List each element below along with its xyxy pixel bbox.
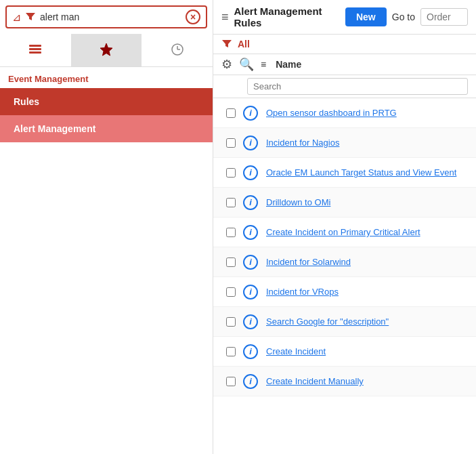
table-search-input[interactable] [247, 78, 468, 95]
row-text-5[interactable]: Create Incident on Primary Critical Aler… [261, 227, 468, 237]
hamburger-lines-icon: ≡ [261, 59, 266, 70]
info-btn-2[interactable]: i [240, 136, 261, 150]
filter-icon: ⊿ [12, 11, 21, 24]
checkbox-9[interactable] [226, 347, 236, 356]
row-checkbox-5[interactable] [221, 228, 240, 237]
checkbox-3[interactable] [226, 168, 236, 178]
table-row[interactable]: i Open sensor dashboard in PRTG [213, 98, 476, 128]
info-circle-2[interactable]: i [243, 136, 258, 150]
filter-icon-toolbar [221, 39, 232, 49]
row-checkbox-1[interactable] [221, 108, 240, 118]
clear-search-button[interactable]: × [186, 9, 200, 24]
row-checkbox-6[interactable] [221, 257, 240, 267]
info-circle-7[interactable]: i [243, 285, 258, 300]
goto-input[interactable] [420, 8, 468, 26]
left-panel: ⊿ × Event Management [0, 0, 213, 454]
info-circle-9[interactable]: i [243, 344, 258, 359]
right-header: ≡ Alert Management Rules New Go to [213, 0, 476, 35]
info-btn-7[interactable]: i [240, 285, 261, 300]
toolbar-row: All [213, 35, 476, 54]
row-text-1[interactable]: Open sensor dashboard in PRTG [261, 108, 468, 118]
search-icon-toolbar[interactable]: 🔍 [239, 57, 254, 72]
search-bar: ⊿ × [5, 5, 207, 28]
row-checkbox-3[interactable] [221, 168, 240, 178]
info-circle-8[interactable]: i [243, 314, 258, 329]
row-text-7[interactable]: Incident for VRops [261, 287, 468, 297]
row-text-3[interactable]: Oracle EM Launch Target Status and View … [261, 167, 468, 178]
gear-icon[interactable]: ⚙ [221, 57, 232, 72]
checkbox-10[interactable] [226, 377, 236, 386]
info-btn-1[interactable]: i [240, 106, 261, 121]
hamburger-icon[interactable]: ≡ [221, 10, 229, 24]
row-checkbox-10[interactable] [221, 377, 240, 386]
info-btn-8[interactable]: i [240, 314, 261, 329]
table-row[interactable]: i Create Incident [213, 337, 476, 367]
row-checkbox-2[interactable] [221, 138, 240, 148]
row-checkbox-9[interactable] [221, 347, 240, 356]
info-btn-9[interactable]: i [240, 344, 261, 359]
search-input[interactable] [40, 12, 186, 22]
info-btn-10[interactable]: i [240, 374, 261, 389]
tabs-row [0, 34, 213, 67]
checkbox-2[interactable] [226, 138, 236, 148]
row-text-4[interactable]: Drilldown to OMi [261, 197, 468, 207]
info-circle-1[interactable]: i [243, 106, 258, 121]
table-container: i Open sensor dashboard in PRTG i Incide… [213, 98, 476, 454]
list-icon [28, 43, 43, 56]
table-row[interactable]: i Drilldown to OMi [213, 188, 476, 218]
right-panel: ≡ Alert Management Rules New Go to All ⚙… [213, 0, 476, 454]
row-checkbox-8[interactable] [221, 317, 240, 327]
checkbox-4[interactable] [226, 198, 236, 207]
checkbox-7[interactable] [226, 287, 236, 297]
nav-item-rules[interactable]: Rules [0, 88, 213, 115]
row-checkbox-7[interactable] [221, 287, 240, 297]
search-row [213, 75, 476, 98]
info-circle-4[interactable]: i [243, 195, 258, 210]
row-text-2[interactable]: Incident for Nagios [261, 138, 468, 148]
info-btn-5[interactable]: i [240, 225, 261, 240]
info-circle-3[interactable]: i [243, 165, 258, 180]
table-row[interactable]: i Incident for VRops [213, 277, 476, 307]
funnel-icon [25, 12, 36, 22]
info-circle-10[interactable]: i [243, 374, 258, 389]
row-text-10[interactable]: Create Incident Manually [261, 376, 468, 386]
info-btn-3[interactable]: i [240, 165, 261, 180]
goto-label: Go to [392, 12, 415, 22]
info-btn-6[interactable]: i [240, 255, 261, 270]
checkbox-8[interactable] [226, 317, 236, 327]
table-row[interactable]: i Create Incident on Primary Critical Al… [213, 218, 476, 247]
new-button[interactable]: New [345, 7, 387, 26]
table-row[interactable]: i Search Google for "description" [213, 307, 476, 337]
clock-icon [171, 43, 184, 56]
svg-rect-2 [29, 51, 41, 54]
section-label: Event Management [0, 67, 213, 88]
star-icon [99, 42, 114, 57]
info-btn-4[interactable]: i [240, 195, 261, 210]
table-row[interactable]: i Create Incident Manually [213, 367, 476, 396]
table-row[interactable]: i Incident for Solarwind [213, 247, 476, 277]
info-circle-6[interactable]: i [243, 255, 258, 270]
svg-rect-1 [29, 48, 41, 50]
svg-rect-0 [29, 45, 41, 47]
column-name-label: Name [276, 59, 301, 70]
sub-toolbar: ⚙ 🔍 ≡ Name [213, 54, 476, 75]
tab-star[interactable] [71, 34, 142, 66]
info-circle-5[interactable]: i [243, 225, 258, 240]
row-checkbox-4[interactable] [221, 198, 240, 207]
checkbox-5[interactable] [226, 228, 236, 237]
row-text-6[interactable]: Incident for Solarwind [261, 257, 468, 267]
all-label[interactable]: All [238, 39, 250, 49]
checkbox-1[interactable] [226, 108, 236, 118]
table-row[interactable]: i Oracle EM Launch Target Status and Vie… [213, 158, 476, 188]
row-text-9[interactable]: Create Incident [261, 346, 468, 356]
svg-marker-3 [100, 43, 112, 56]
nav-item-alert-management[interactable]: Alert Management [0, 115, 213, 142]
row-text-8[interactable]: Search Google for "description" [261, 316, 468, 327]
page-title: Alert Management Rules [234, 5, 340, 28]
table-row[interactable]: i Incident for Nagios [213, 128, 476, 158]
tab-clock[interactable] [142, 34, 213, 66]
tab-list[interactable] [0, 34, 71, 66]
checkbox-6[interactable] [226, 257, 236, 267]
